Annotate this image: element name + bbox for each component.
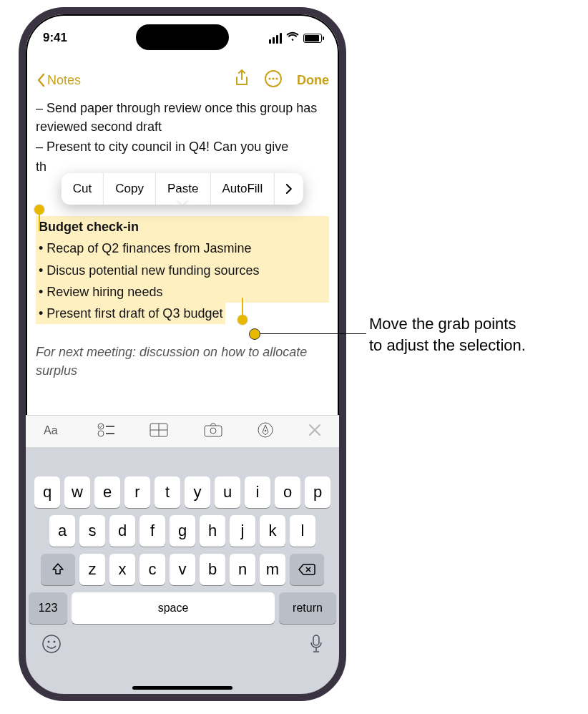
svg-point-15 (265, 430, 266, 431)
key-row-2: a s d f g h j k l (29, 515, 336, 547)
key-k[interactable]: k (260, 515, 285, 547)
selection-start-handle[interactable] (34, 205, 44, 215)
nav-bar: Notes Done (26, 64, 339, 96)
callout-marker (249, 328, 260, 340)
mic-icon (309, 634, 323, 654)
keyboard-bottom-row (29, 631, 336, 657)
close-toolbar-button[interactable] (308, 424, 321, 439)
emoji-button[interactable] (41, 634, 62, 657)
key-j[interactable]: j (230, 515, 255, 547)
svg-point-13 (210, 428, 216, 434)
autofill-button[interactable]: AutoFill (210, 173, 275, 205)
key-u[interactable]: u (215, 476, 240, 508)
svg-point-17 (48, 641, 50, 643)
selection-line: • Present first draft of Q3 budget (36, 303, 225, 324)
key-t[interactable]: t (155, 476, 180, 508)
key-space[interactable]: space (72, 592, 275, 624)
key-s[interactable]: s (79, 515, 105, 547)
key-h[interactable]: h (200, 515, 225, 547)
key-z[interactable]: z (79, 554, 105, 585)
key-a[interactable]: a (49, 515, 75, 547)
key-123[interactable]: 123 (29, 592, 67, 624)
key-x[interactable]: x (109, 554, 135, 585)
selection-line: • Discus potential new funding sources (36, 260, 329, 281)
key-return[interactable]: return (279, 592, 336, 624)
text-selection[interactable]: Cut Copy Paste AutoFill Budget check-in … (36, 216, 329, 323)
key-p[interactable]: p (305, 476, 330, 508)
key-m[interactable]: m (260, 554, 285, 585)
key-b[interactable]: b (200, 554, 225, 585)
key-row-3: z x c v b n m (29, 554, 336, 585)
cut-button[interactable]: Cut (62, 173, 104, 205)
keyboard: q w e r t y u i o p a s d f g h j k l z (26, 448, 339, 694)
callout-text: Move the grab points to adjust the selec… (369, 313, 584, 356)
svg-rect-12 (205, 426, 222, 436)
note-line: – Send paper through review once this gr… (36, 99, 329, 136)
table-icon (150, 423, 168, 437)
camera-icon (204, 423, 222, 437)
note-italic-line: For next meeting: discussion on how to a… (36, 343, 329, 380)
back-button[interactable]: Notes (36, 73, 81, 88)
chevron-right-icon (285, 183, 293, 195)
aa-icon: Aa (44, 423, 62, 437)
share-icon (234, 69, 250, 88)
key-backspace[interactable] (290, 554, 324, 585)
status-right (269, 31, 322, 45)
key-row-1: q w e r t y u i o p (29, 476, 336, 508)
key-f[interactable]: f (139, 515, 165, 547)
emoji-icon (41, 634, 62, 654)
dictation-button[interactable] (309, 634, 323, 657)
dynamic-island (136, 24, 229, 50)
close-icon (308, 424, 321, 436)
key-w[interactable]: w (64, 476, 90, 508)
svg-text:Aa: Aa (44, 424, 58, 436)
copy-button[interactable]: Copy (104, 173, 156, 205)
key-i[interactable]: i (245, 476, 270, 508)
key-d[interactable]: d (109, 515, 135, 547)
key-l[interactable]: l (290, 515, 315, 547)
key-row-4: 123 space return (29, 592, 336, 624)
svg-point-16 (43, 635, 60, 652)
key-q[interactable]: q (34, 476, 60, 508)
edit-menu: Cut Copy Paste AutoFill (62, 173, 303, 205)
paste-button[interactable]: Paste (156, 173, 210, 205)
selection-end-handle[interactable] (237, 315, 248, 325)
selection-line: • Review hiring needs (36, 281, 329, 303)
status-time: 9:41 (43, 31, 67, 45)
callout-leader-line (255, 333, 366, 334)
svg-rect-19 (313, 635, 319, 645)
key-shift[interactable] (41, 554, 75, 585)
key-e[interactable]: e (94, 476, 120, 508)
svg-point-2 (272, 77, 274, 79)
checklist-button[interactable] (97, 423, 114, 440)
backspace-icon (298, 563, 315, 576)
share-button[interactable] (234, 69, 250, 91)
checklist-icon (97, 423, 114, 437)
text-format-button[interactable]: Aa (44, 423, 62, 440)
table-button[interactable] (150, 423, 168, 440)
key-o[interactable]: o (275, 476, 300, 508)
camera-button[interactable] (204, 423, 222, 440)
svg-point-7 (98, 431, 104, 436)
key-y[interactable]: y (185, 476, 210, 508)
done-button[interactable]: Done (297, 73, 329, 88)
key-n[interactable]: n (230, 554, 255, 585)
key-c[interactable]: c (139, 554, 165, 585)
selection-line: Budget check-in (36, 216, 329, 238)
battery-icon (303, 34, 322, 43)
cellular-icon (269, 33, 282, 44)
home-indicator[interactable] (132, 686, 232, 690)
key-g[interactable]: g (170, 515, 195, 547)
svg-point-5 (98, 424, 104, 429)
key-r[interactable]: r (124, 476, 150, 508)
more-button[interactable] (264, 69, 283, 91)
menu-more-button[interactable] (275, 173, 303, 205)
back-label: Notes (47, 73, 81, 88)
selection-line: • Recap of Q2 finances from Jasmine (36, 238, 329, 259)
markup-button[interactable] (258, 422, 273, 441)
wifi-icon (286, 31, 299, 45)
chevron-left-icon (36, 73, 46, 87)
shift-icon (51, 562, 65, 577)
svg-point-1 (268, 77, 270, 79)
key-v[interactable]: v (170, 554, 195, 585)
